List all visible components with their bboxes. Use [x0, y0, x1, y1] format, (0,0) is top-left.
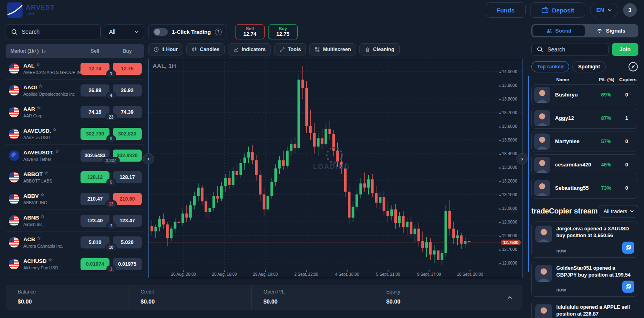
market-search-input[interactable] — [22, 29, 95, 35]
scroll-right-button[interactable]: › — [516, 153, 528, 164]
copy-trade-button[interactable] — [622, 242, 634, 254]
trader-row[interactable]: Bushiryu 69% 0 — [531, 84, 638, 105]
toolbar-cleaning-button[interactable]: Cleaning — [359, 43, 400, 55]
favorite-star-icon[interactable]: ☆ — [37, 236, 41, 240]
buy-price-button[interactable]: 123.47 — [113, 215, 142, 227]
favorite-star-icon[interactable]: ☆ — [48, 258, 52, 262]
sell-price-button[interactable]: 12.74 — [80, 63, 109, 75]
tab-social[interactable]: Social — [533, 25, 585, 36]
account-metric-value: $0.00 — [140, 298, 251, 305]
buy-price-button[interactable]: 5.020 — [113, 236, 142, 248]
favorite-star-icon[interactable]: ☆ — [44, 171, 48, 175]
us-flag-icon — [9, 172, 19, 183]
favorite-star-icon[interactable]: ☆ — [37, 106, 41, 110]
favorite-star-icon[interactable]: ☆ — [41, 214, 45, 219]
watchlist-row[interactable]: AAVEUSD.☆ AAVE vs USD 302.730 302.820 9 — [6, 123, 144, 145]
watchlist-row[interactable]: ACRE☆ 4.87 4.88 — [6, 275, 144, 278]
buy-price-button[interactable]: 26.92 — [113, 84, 142, 96]
trader-avatar — [534, 110, 550, 126]
account-metric: Balance $0.00 — [6, 285, 128, 310]
sell-column-header: Sell — [80, 48, 109, 54]
us-flag-icon — [9, 85, 19, 96]
buy-price-button[interactable]: 210.60 — [113, 193, 142, 205]
us-flag-icon — [9, 237, 19, 248]
trader-copiers: 0 — [617, 162, 636, 168]
trader-name: Aggy12 — [555, 115, 595, 121]
toolbar-multiscreen-button[interactable]: Multiscreen — [309, 43, 356, 55]
spread-badge: 2,337 — [102, 157, 120, 164]
us-flag-icon — [9, 64, 19, 74]
spread-badge: 10 — [105, 244, 117, 251]
buy-price-button[interactable]: 0.01975 — [113, 258, 142, 270]
trader-row[interactable]: cesarmilan420 46% 0 — [531, 154, 638, 175]
deposit-button[interactable]: Deposit — [530, 2, 585, 18]
buy-price-button[interactable]: 74.39 — [113, 106, 142, 118]
indicators-icon — [233, 47, 239, 52]
buy-price-button[interactable]: 12.75 — [113, 63, 142, 75]
trader-avatar — [534, 87, 550, 103]
watchlist-row[interactable]: ACHUSD☆ Alchemy Pay USD 0.01974 0.01975 … — [6, 253, 144, 275]
trader-row[interactable]: Martynlee 57% 0 — [531, 131, 638, 152]
scroll-left-button[interactable]: ‹ — [143, 153, 154, 164]
buy-button[interactable]: Buy 12.75 — [268, 24, 298, 39]
price-chart[interactable]: ▸14.0000▸13.9000▸13.8000▸13.7000▸13.6000… — [148, 59, 522, 278]
favorite-star-icon[interactable]: ☆ — [40, 193, 44, 197]
price-axis-label: ▸13.3000 — [500, 165, 517, 170]
watchlist-row[interactable]: AAOI☆ Applied Optoelectronics Inc 26.88 … — [6, 80, 144, 101]
stream-filter-dropdown[interactable]: All traders — [599, 205, 638, 217]
sell-price-button[interactable]: 123.40 — [80, 215, 109, 227]
market-search[interactable] — [6, 24, 101, 39]
instrument-name: AAVE vs USD — [23, 135, 80, 140]
tools-icon — [279, 47, 285, 52]
panel-scrollbar[interactable] — [528, 76, 529, 272]
notifications-badge[interactable]: 3 — [623, 3, 637, 17]
filter-spotlight[interactable]: Spotlight — [572, 61, 605, 72]
market-count-label: Market (1k+) — [10, 48, 39, 54]
toolbar-indicators-button[interactable]: Indicators — [228, 43, 271, 55]
instrument-name: ABBVIE INC — [23, 200, 80, 205]
traders-search-input[interactable] — [547, 46, 603, 53]
price-axis-label: ▸13.6000 — [500, 124, 517, 129]
sell-price-button[interactable]: 0.01974 — [80, 258, 109, 270]
watchlist-row[interactable]: ABBV☆ ABBVIE INC 210.47 210.60 13 — [6, 188, 144, 210]
sell-button[interactable]: Sell 12.74 — [235, 24, 265, 39]
help-icon[interactable]: ? — [215, 29, 222, 35]
one-click-trading-toggle[interactable] — [153, 28, 168, 36]
watchlist-row[interactable]: AAVEUSDT.☆ Aave vs Tether 302.6483 302.8… — [6, 145, 144, 166]
sort-icon[interactable] — [41, 49, 46, 53]
toolbar-tools-button[interactable]: Tools — [274, 43, 306, 55]
copy-trade-button[interactable] — [622, 281, 634, 293]
traders-search[interactable] — [531, 43, 609, 56]
compass-icon[interactable] — [628, 62, 638, 72]
join-button[interactable]: Join — [612, 43, 638, 56]
buy-price-button[interactable]: 128.17 — [113, 171, 142, 183]
account-metric: Open P/L $0.00 — [251, 285, 374, 310]
favorite-star-icon[interactable]: ☆ — [36, 62, 40, 67]
favorite-star-icon[interactable]: ☆ — [56, 149, 60, 154]
sell-price-button[interactable]: 26.88 — [80, 84, 109, 96]
buy-price-button[interactable]: 302.820 — [113, 128, 142, 140]
sell-price-button[interactable]: 128.12 — [80, 171, 109, 183]
language-selector[interactable]: EN — [590, 3, 618, 17]
watchlist-row[interactable]: AAL☆ AMERICAN AIRLS GROUP INC 12.74 12.7… — [6, 58, 144, 80]
funds-button[interactable]: Funds — [486, 2, 526, 18]
stream-time: now — [556, 248, 566, 254]
instrument-name: ABBOTT LABS — [23, 178, 80, 183]
account-metric-label: Balance — [18, 289, 128, 295]
trader-row[interactable]: Aggy12 87% 1 — [531, 108, 638, 129]
favorite-star-icon[interactable]: ☆ — [39, 84, 43, 88]
filter-top-ranked[interactable]: Top ranked — [531, 61, 569, 72]
account-metric: Credit $0.00 — [128, 285, 251, 310]
market-filter-dropdown[interactable]: All — [104, 24, 144, 39]
watchlist-row[interactable]: AAR☆ AAR Corp 74.16 74.39 23 — [6, 101, 144, 123]
sell-price-button[interactable]: 302.730 — [80, 128, 109, 140]
watchlist-row[interactable]: ACB☆ Aurora Cannabis Inc. 5.010 5.020 10 — [6, 232, 144, 253]
trader-row[interactable]: Sebastiang55 73% 0 — [531, 178, 638, 199]
favorite-star-icon[interactable]: ☆ — [53, 127, 57, 132]
toolbar-candles-button[interactable]: Candles — [186, 43, 225, 55]
collapse-account-bar-button[interactable] — [497, 285, 522, 310]
watchlist-row[interactable]: ABBOT☆ ABBOTT LABS 128.12 128.17 5 — [6, 166, 144, 188]
watchlist-row[interactable]: ABNB☆ Airbnb Inc. 123.40 123.47 7 — [6, 210, 144, 232]
toolbar-1-hour-button[interactable]: 1 Hour — [148, 43, 183, 55]
tab-signals[interactable]: Signals — [585, 25, 637, 36]
